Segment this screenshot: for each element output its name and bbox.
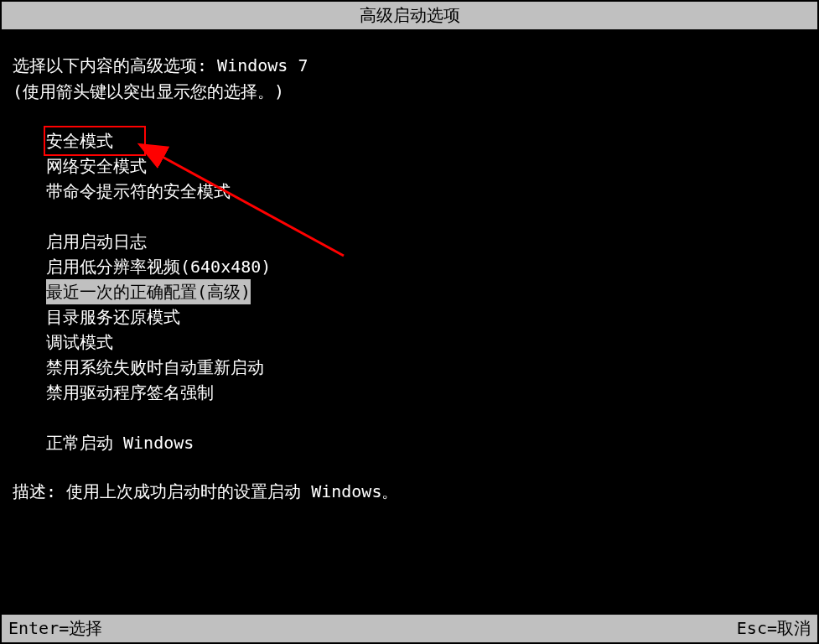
menu-item-last-known-good[interactable]: 最近一次的正确配置(高级) <box>46 279 806 304</box>
menu-item-safe-mode-cmd[interactable]: 带命令提示符的安全模式 <box>46 179 806 204</box>
menu-item-ds-restore[interactable]: 目录服务还原模式 <box>46 304 806 330</box>
prompt-prefix: 选择以下内容的高级选项: <box>13 55 217 75</box>
description-label: 描述: <box>13 481 66 501</box>
menu-item-start-normally[interactable]: 正常启动 Windows <box>46 430 806 455</box>
menu-item-lowres[interactable]: 启用低分辨率视频(640x480) <box>46 254 806 279</box>
menu-item-debug[interactable]: 调试模式 <box>46 330 806 355</box>
menu-label: 网络安全模式 <box>46 156 147 176</box>
menu-label: 正常启动 Windows <box>46 433 194 453</box>
menu-label: 调试模式 <box>46 332 113 352</box>
footer-esc: Esc=取消 <box>737 617 811 640</box>
footer-bar: Enter=选择 Esc=取消 <box>2 615 817 642</box>
content-area: 选择以下内容的高级选项: Windows 7 (使用箭头键以突出显示您的选择。)… <box>0 29 819 503</box>
description-line: 描述: 使用上次成功启动时的设置启动 Windows。 <box>13 480 806 503</box>
os-name: Windows 7 <box>217 55 308 75</box>
menu-item-safe-mode[interactable]: 安全模式 <box>46 128 806 153</box>
menu-label: 带命令提示符的安全模式 <box>46 181 231 201</box>
menu-item-no-auto-restart[interactable]: 禁用系统失败时自动重新启动 <box>46 355 806 380</box>
menu-label: 安全模式 <box>46 131 113 151</box>
menu-item-disable-sig[interactable]: 禁用驱动程序签名强制 <box>46 380 806 405</box>
menu-item-safe-mode-network[interactable]: 网络安全模式 <box>46 153 806 179</box>
boot-menu: 安全模式 网络安全模式 带命令提示符的安全模式 启用启动日志 启用低分辨率视频(… <box>46 128 806 455</box>
menu-label-selected: 最近一次的正确配置(高级) <box>46 279 251 304</box>
instruction-text: (使用箭头键以突出显示您的选择。) <box>13 80 806 103</box>
menu-label: 启用启动日志 <box>46 231 147 252</box>
menu-item-bootlog[interactable]: 启用启动日志 <box>46 229 806 254</box>
menu-label: 目录服务还原模式 <box>46 307 180 327</box>
description-text: 使用上次成功启动时的设置启动 Windows。 <box>66 481 398 501</box>
title-bar: 高级启动选项 <box>2 2 817 29</box>
menu-label: 禁用驱动程序签名强制 <box>46 382 214 402</box>
title-text: 高级启动选项 <box>360 5 460 25</box>
menu-label: 启用低分辨率视频(640x480) <box>46 257 271 277</box>
footer-enter: Enter=选择 <box>8 617 102 640</box>
menu-label: 禁用系统失败时自动重新启动 <box>46 357 264 377</box>
prompt-line: 选择以下内容的高级选项: Windows 7 <box>13 55 806 77</box>
